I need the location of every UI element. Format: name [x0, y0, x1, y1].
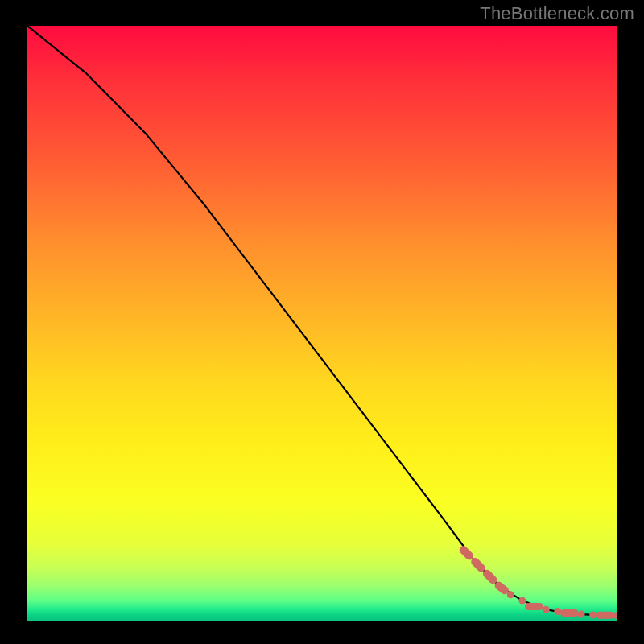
dot-point [507, 591, 514, 598]
plot-area [27, 26, 617, 621]
chart-overlay [27, 26, 617, 621]
dot-point [554, 608, 561, 615]
dot-point [518, 597, 526, 605]
dots-series [464, 550, 617, 619]
watermark-text: TheBottleneck.com [480, 3, 634, 24]
dot-dash [499, 586, 505, 591]
dot-dash [475, 562, 481, 568]
dot-point [578, 611, 585, 618]
dot-point [613, 612, 617, 619]
curve-path [27, 26, 617, 616]
dot-dash [464, 550, 469, 555]
dot-dash [487, 574, 493, 580]
chart-root: TheBottleneck.com [0, 0, 644, 644]
dot-point [543, 606, 550, 613]
dot-point [589, 611, 597, 618]
curve-series [27, 26, 617, 616]
